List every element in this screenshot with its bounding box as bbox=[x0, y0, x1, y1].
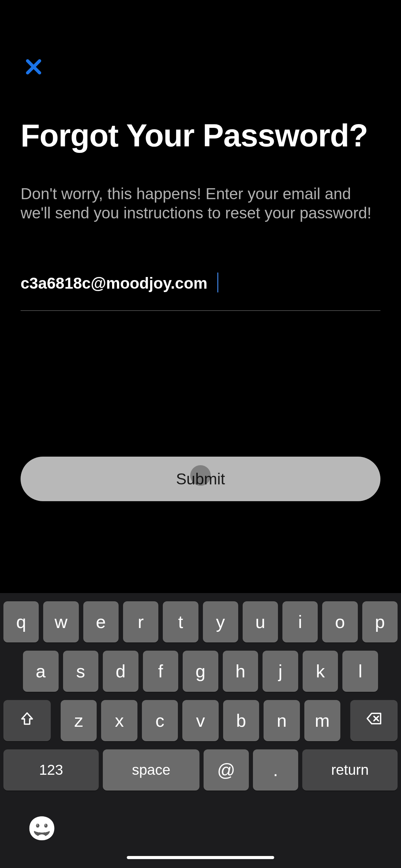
key-w[interactable]: w bbox=[43, 601, 78, 642]
key-v[interactable]: v bbox=[182, 700, 218, 741]
key-f[interactable]: f bbox=[143, 651, 179, 692]
key-b[interactable]: b bbox=[223, 700, 259, 741]
key-y[interactable]: y bbox=[203, 601, 238, 642]
close-icon bbox=[23, 57, 44, 79]
key-u[interactable]: u bbox=[243, 601, 278, 642]
key-at[interactable]: @ bbox=[204, 749, 249, 791]
submit-button[interactable]: Submit bbox=[21, 457, 380, 501]
text-cursor bbox=[217, 273, 218, 292]
key-k[interactable]: k bbox=[303, 651, 338, 692]
key-x[interactable]: x bbox=[101, 700, 137, 741]
key-i[interactable]: i bbox=[282, 601, 318, 642]
key-return[interactable]: return bbox=[302, 749, 398, 791]
key-a[interactable]: a bbox=[23, 651, 59, 692]
key-backspace[interactable] bbox=[350, 700, 398, 741]
home-indicator[interactable] bbox=[127, 856, 274, 859]
keyboard-row-2: a s d f g h j k l bbox=[0, 651, 401, 692]
email-input[interactable] bbox=[21, 274, 380, 292]
key-numbers[interactable]: 123 bbox=[3, 749, 99, 791]
key-shift[interactable] bbox=[3, 700, 51, 741]
key-h[interactable]: h bbox=[223, 651, 258, 692]
email-field-container[interactable] bbox=[21, 274, 380, 311]
emoji-button[interactable]: 😀 bbox=[27, 817, 57, 840]
key-q[interactable]: q bbox=[3, 601, 39, 642]
key-g[interactable]: g bbox=[183, 651, 218, 692]
on-screen-keyboard: q w e r t y u i o p a s d f g h j k l z … bbox=[0, 593, 401, 868]
page-title: Forgot Your Password? bbox=[21, 118, 380, 153]
key-c[interactable]: c bbox=[142, 700, 178, 741]
touch-indicator bbox=[190, 465, 211, 486]
key-space[interactable]: space bbox=[103, 749, 199, 791]
key-o[interactable]: o bbox=[322, 601, 357, 642]
keyboard-row-3: z x c v b n m bbox=[0, 700, 401, 741]
key-s[interactable]: s bbox=[63, 651, 99, 692]
shift-icon bbox=[19, 710, 35, 731]
key-t[interactable]: t bbox=[163, 601, 198, 642]
close-button[interactable] bbox=[23, 57, 44, 79]
key-e[interactable]: e bbox=[83, 601, 119, 642]
page-subtitle: Don't worry, this happens! Enter your em… bbox=[21, 184, 380, 222]
backspace-icon bbox=[365, 710, 383, 732]
key-z[interactable]: z bbox=[61, 700, 97, 741]
keyboard-footer: 😀 bbox=[0, 799, 401, 868]
key-p[interactable]: p bbox=[362, 601, 398, 642]
key-d[interactable]: d bbox=[103, 651, 138, 692]
key-period[interactable]: . bbox=[253, 749, 298, 791]
key-r[interactable]: r bbox=[123, 601, 158, 642]
emoji-icon: 😀 bbox=[27, 815, 57, 841]
keyboard-row-1: q w e r t y u i o p bbox=[0, 601, 401, 642]
key-n[interactable]: n bbox=[264, 700, 300, 741]
key-j[interactable]: j bbox=[263, 651, 298, 692]
keyboard-row-4: 123 space @ . return bbox=[0, 749, 401, 791]
key-l[interactable]: l bbox=[342, 651, 378, 692]
key-m[interactable]: m bbox=[304, 700, 340, 741]
